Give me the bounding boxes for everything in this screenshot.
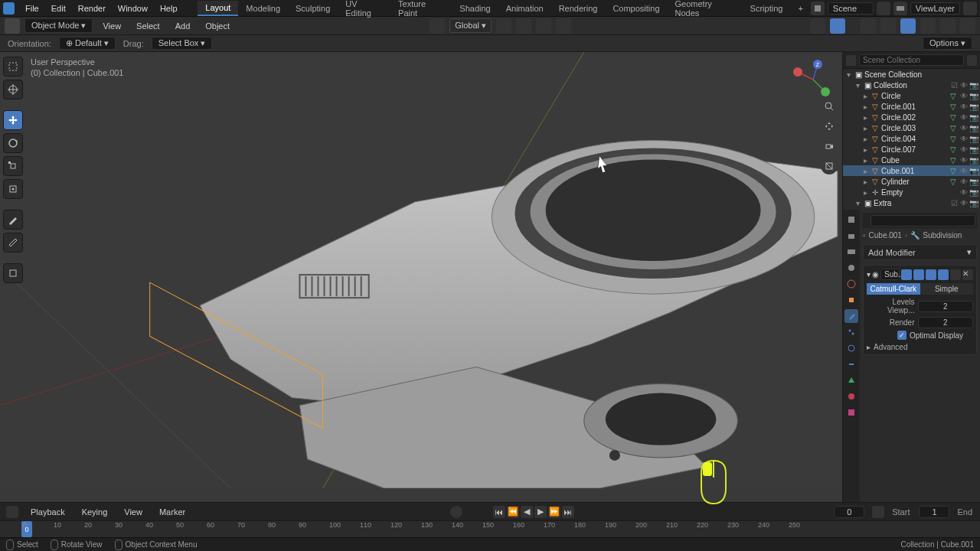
- workspace-tab-compositing[interactable]: Compositing: [605, 2, 667, 15]
- outliner-search[interactable]: [859, 54, 964, 66]
- modifier-advanced-toggle[interactable]: ▸Advanced: [867, 343, 973, 351]
- timeline-marker[interactable]: Marker: [155, 507, 190, 517]
- orientation-dropdown[interactable]: Global ▾: [449, 18, 492, 33]
- modifier-expand-icon[interactable]: ▾: [867, 270, 871, 279]
- start-frame-field[interactable]: 1: [919, 506, 949, 518]
- preview-range-icon[interactable]: [872, 506, 884, 518]
- workspace-tab-modeling[interactable]: Modeling: [238, 2, 288, 15]
- hide-viewport-icon[interactable]: 👁: [959, 145, 969, 154]
- menu-window[interactable]: Window: [112, 4, 154, 13]
- menu-object[interactable]: Object: [200, 21, 235, 31]
- mod-extras-icon[interactable]: [950, 269, 961, 280]
- ptab-render-icon[interactable]: [844, 213, 858, 227]
- timeline-ruler[interactable]: 0 01020304050607080901001101201301401501…: [0, 520, 980, 537]
- menu-view[interactable]: View: [97, 21, 126, 31]
- shading-solid-icon[interactable]: [900, 18, 916, 34]
- menu-help[interactable]: Help: [154, 4, 184, 13]
- mode-dropdown[interactable]: Object Mode ▾: [24, 18, 93, 33]
- scene-icon[interactable]: [811, 2, 825, 15]
- hide-render-icon[interactable]: 📷: [969, 166, 978, 175]
- hide-render-icon[interactable]: 📷: [969, 102, 978, 111]
- ptab-output-icon[interactable]: [844, 229, 858, 243]
- workspace-tab-scripting[interactable]: Scripting: [743, 2, 791, 15]
- breadcrumb-object[interactable]: Cube.001: [869, 231, 902, 240]
- orientation-icon[interactable]: [430, 18, 445, 34]
- hide-render-icon[interactable]: 📷: [969, 155, 978, 165]
- timeline-view[interactable]: View: [119, 507, 147, 517]
- editor-type-icon[interactable]: [5, 18, 20, 34]
- workspace-tab-rendering[interactable]: Rendering: [551, 2, 606, 15]
- gizmo-toggle-icon[interactable]: [810, 18, 825, 34]
- mod-show-render-icon[interactable]: [938, 269, 949, 280]
- play-reverse-icon[interactable]: ◀: [521, 506, 533, 518]
- outliner-item[interactable]: ▸▽Circle.007▽👁📷: [843, 144, 980, 155]
- viewlayer-new-icon[interactable]: [963, 2, 977, 15]
- workspace-tab-animation[interactable]: Animation: [498, 2, 551, 15]
- outliner-item[interactable]: ▸▽Cube▽👁📷: [843, 155, 980, 165]
- outliner-item[interactable]: ▸▽Cube.001▽👁📷: [843, 165, 980, 176]
- ptab-constraint-icon[interactable]: [844, 357, 858, 371]
- hide-viewport-icon[interactable]: 👁: [959, 91, 969, 100]
- outliner-scene-collection[interactable]: ▾▣ Scene Collection: [843, 69, 980, 80]
- hide-render-icon[interactable]: 📷: [969, 134, 978, 143]
- outliner-editor-icon[interactable]: [846, 55, 856, 66]
- mod-delete-icon[interactable]: ✕: [962, 269, 973, 280]
- hide-viewport-icon[interactable]: 👁: [959, 123, 969, 132]
- drag-value[interactable]: Select Box ▾: [152, 37, 213, 50]
- modifier-name-field[interactable]: Sub...: [880, 269, 900, 280]
- tool-select-box[interactable]: [3, 57, 23, 77]
- keyframe-next-icon[interactable]: ⏩: [548, 506, 560, 518]
- disclosure-icon[interactable]: ▸: [861, 178, 869, 186]
- menu-select[interactable]: Select: [131, 21, 165, 31]
- shading-wire-icon[interactable]: [880, 18, 896, 34]
- subsurf-simple-tab[interactable]: Simple: [920, 283, 974, 295]
- snap-target-icon[interactable]: [536, 18, 551, 34]
- disclosure-icon[interactable]: ▸: [861, 167, 869, 175]
- hide-viewport-icon[interactable]: 👁: [959, 134, 969, 143]
- outliner-collection[interactable]: ▾▣ Collection ☑👁📷: [843, 80, 980, 90]
- disclosure-icon[interactable]: ▸: [861, 135, 869, 143]
- outliner-item[interactable]: ▸▽Circle▽👁📷: [843, 90, 980, 101]
- disclosure-icon[interactable]: ▸: [861, 113, 869, 122]
- snap-icon[interactable]: [516, 18, 531, 34]
- navigation-gizmo[interactable]: Z: [792, 58, 835, 101]
- hide-render-icon[interactable]: 📷: [969, 187, 978, 197]
- menu-render[interactable]: Render: [72, 4, 112, 13]
- disclosure-icon[interactable]: ▸: [861, 145, 869, 154]
- ptab-particles-icon[interactable]: [844, 325, 858, 339]
- workspace-tab-texpaint[interactable]: Texture Paint: [390, 0, 452, 20]
- overlay-toggle-icon[interactable]: [830, 18, 845, 34]
- hide-viewport-icon[interactable]: 👁: [959, 177, 969, 186]
- viewlayer-icon[interactable]: [893, 2, 907, 15]
- mod-show-oncage-icon[interactable]: [901, 269, 912, 280]
- shading-options-icon[interactable]: [960, 18, 975, 34]
- hide-viewport-icon[interactable]: 👁: [959, 112, 969, 122]
- tool-measure[interactable]: [3, 233, 23, 253]
- tool-rotate[interactable]: [3, 133, 23, 153]
- disclosure-icon[interactable]: ▸: [861, 92, 869, 100]
- tool-transform[interactable]: [3, 179, 23, 199]
- workspace-tab-shading[interactable]: Shading: [452, 2, 498, 15]
- jump-start-icon[interactable]: ⏮: [493, 506, 505, 518]
- workspace-tab-layout[interactable]: Layout: [198, 1, 238, 16]
- outliner-item[interactable]: ▸▽Circle.004▽👁📷: [843, 133, 980, 144]
- orientation-value[interactable]: ⊕ Default ▾: [59, 37, 116, 50]
- shading-rendered-icon[interactable]: [940, 18, 956, 34]
- ptab-texture-icon[interactable]: [844, 406, 858, 419]
- blender-logo-icon[interactable]: [3, 2, 15, 15]
- xray-toggle-icon[interactable]: [861, 18, 876, 34]
- proportional-icon[interactable]: [556, 18, 571, 34]
- optimal-display-checkbox[interactable]: ✓: [897, 331, 906, 340]
- mod-show-editmode-icon[interactable]: [913, 269, 924, 280]
- hide-render-icon[interactable]: 📷: [969, 91, 978, 100]
- ptab-scene-icon[interactable]: [844, 261, 858, 275]
- tool-cursor[interactable]: [3, 80, 23, 99]
- levels-render-field[interactable]: 2: [918, 317, 974, 328]
- camera-view-icon[interactable]: [821, 138, 838, 155]
- hide-render-icon[interactable]: 📷: [969, 145, 978, 154]
- hide-render-icon[interactable]: 📷: [969, 177, 978, 186]
- mod-show-viewport-icon[interactable]: [926, 269, 936, 280]
- perspective-toggle-icon[interactable]: [821, 158, 838, 174]
- disclosure-icon[interactable]: ▸: [861, 188, 869, 197]
- ptab-viewlayer-icon[interactable]: [844, 245, 858, 259]
